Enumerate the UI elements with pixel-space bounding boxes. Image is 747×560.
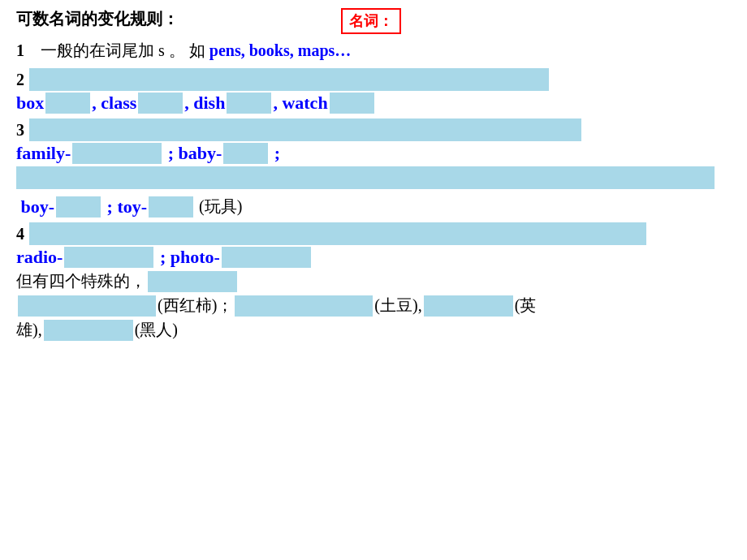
rule2-block: 2 box , class , dish , watch [16, 68, 731, 114]
hero-meaning2: 雄), [16, 319, 42, 341]
rule2-header: 2 [16, 68, 731, 91]
rule2-dish: dish [193, 93, 225, 114]
class-suffix-box [138, 93, 183, 114]
toy-plural-box [149, 196, 193, 218]
rule3-num: 3 [16, 121, 24, 140]
baby-plural-box [223, 143, 268, 164]
negro-box [44, 320, 133, 341]
noun-badge: 名词： [341, 8, 401, 34]
negro-meaning: (黑人) [135, 319, 178, 341]
watch-suffix-box [330, 93, 374, 114]
photo-plural-box [222, 247, 311, 268]
tomato-box [18, 295, 156, 317]
rule2-box: box [16, 93, 44, 114]
rule4-num: 4 [16, 225, 24, 243]
rule3-header: 3 [16, 118, 731, 141]
boy-plural-box [56, 196, 101, 218]
rule4-photo: photo- [171, 247, 220, 268]
rule4-specials-line2: 雄), (黑人) [16, 319, 731, 341]
rule3-family: family- [16, 143, 71, 164]
rule4-special-text: 但有四个特殊的， [16, 270, 146, 292]
rule4-block: 4 radio- ; photo- 但有四个特殊的， (西红柿)； (土豆), … [16, 222, 731, 341]
rule3-line2: boy- ; toy- (玩具) [16, 196, 731, 218]
rule3-semicolon3: ; [102, 196, 117, 218]
rule2-class: class [101, 93, 136, 114]
potato-meaning: (土豆), [374, 295, 421, 317]
main-title: 可数名词的变化规则： [16, 8, 179, 30]
rule4-specials-line: (西红柿)； (土豆), (英 [16, 295, 731, 317]
radio-plural-box [64, 247, 153, 268]
family-plural-box [72, 143, 162, 164]
rule2-comma1: , [92, 93, 101, 114]
special-box1 [148, 271, 237, 292]
rule1-row: 1 一般的在词尾加 s 。 如 pens, books, maps… [16, 37, 731, 63]
rule1-text: 一般的在词尾加 s 。 如 pens, books, maps… [41, 37, 351, 63]
dish-suffix-box [227, 93, 271, 114]
rule3-block: 3 family- ; baby- ; boy- ; toy- (玩具) [16, 118, 731, 218]
rule1-block: 1 一般的在词尾加 s 。 如 pens, books, maps… [16, 37, 731, 63]
rule3-semicolon1: ; [163, 143, 178, 164]
rule1-num: 1 [16, 37, 24, 63]
rule4-header: 4 [16, 222, 731, 245]
rule3-semicolon2: ; [270, 143, 280, 164]
tomato-meaning: (西红柿)； [158, 295, 233, 317]
potato-box [235, 295, 373, 317]
rule4-semicolon: ; [155, 247, 170, 268]
rule2-content: box , class , dish , watch [16, 93, 731, 114]
rule3-baby: baby- [179, 143, 222, 164]
rule4-radio: radio- [16, 247, 63, 268]
rule3-line1: family- ; baby- ; [16, 143, 731, 164]
rule3-toy: toy- [117, 196, 147, 218]
rule2-watch: watch [282, 93, 327, 114]
hero-meaning: (英 [515, 295, 537, 317]
rule4-line1: radio- ; photo- [16, 247, 731, 268]
hero-box [424, 295, 513, 317]
box-suffix-box [45, 93, 90, 114]
title-area: 可数名词的变化规则： 名词： [16, 8, 731, 34]
rule3-bar [16, 166, 715, 189]
rule3-boy: boy- [16, 196, 54, 218]
rule3-toy-meaning: (玩具) [195, 196, 242, 218]
rule2-num: 2 [16, 71, 24, 89]
rule2-comma2: , [184, 93, 193, 114]
rule4-special: 但有四个特殊的， [16, 270, 731, 292]
rule2-comma3: , [273, 93, 282, 114]
